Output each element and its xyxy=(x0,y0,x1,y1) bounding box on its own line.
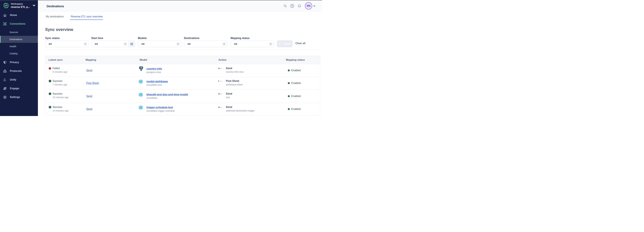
svg-text:Google Sheets: Google Sheets xyxy=(219,81,223,81)
svg-text:webhooks: webhooks xyxy=(220,68,222,69)
